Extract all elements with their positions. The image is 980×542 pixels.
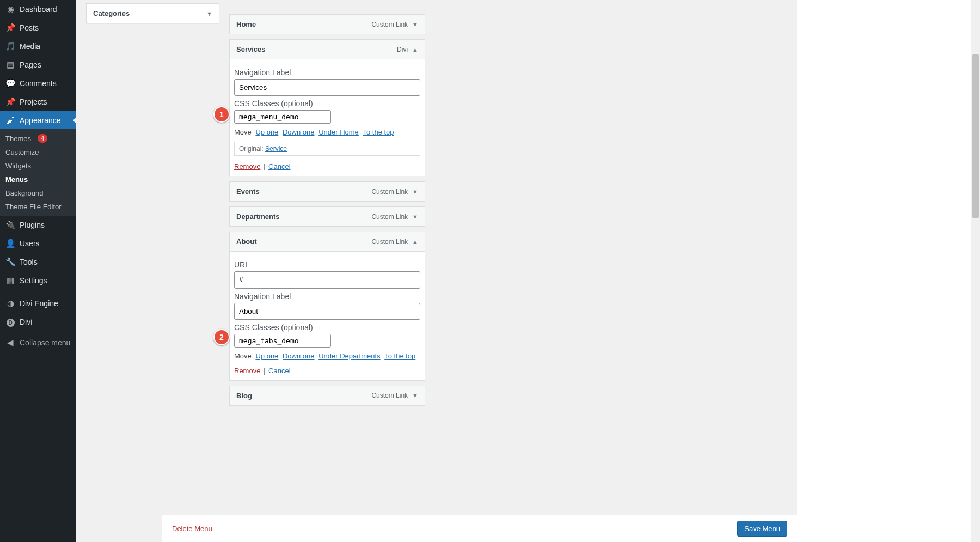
sidebar-item-media[interactable]: 🎵Media [0,37,76,56]
right-gutter [797,0,980,542]
menu-item-type: Custom Link [371,392,408,399]
nav-label-input[interactable] [234,79,420,96]
collapse-menu[interactable]: ◀Collapse menu [0,333,76,352]
chevron-up-icon: ▲ [412,46,418,53]
sidebar-item-settings[interactable]: ▦Settings [0,271,76,290]
cancel-link[interactable]: Cancel [268,367,290,375]
chevron-up-icon: ▲ [412,239,418,245]
css-classes-input[interactable] [234,334,331,348]
original-label: Original: [239,145,264,153]
chevron-down-icon: ▼ [412,214,418,220]
menu-item-header-about[interactable]: About Custom Link ▲ [230,232,425,252]
menu-item-title: Home [236,20,256,28]
brush-icon: 🖌 [5,115,15,125]
pages-icon: ▤ [5,60,15,70]
menu-item-header-home[interactable]: Home Custom Link ▼ [230,15,425,34]
move-label: Move [234,128,252,136]
menu-item-title: Events [236,187,260,196]
sidebar-item-divi[interactable]: DDivi [0,313,76,331]
menu-item-events: Events Custom Link ▼ [229,181,425,202]
menu-item-title: Departments [236,212,279,221]
chevron-down-icon: ▼ [206,10,212,17]
comments-icon: 💬 [5,78,15,88]
menu-item-about: About Custom Link ▲ URL Navigation Label… [229,232,425,381]
move-down-link[interactable]: Down one [283,352,315,360]
menu-item-type: Custom Link [371,238,408,246]
cancel-link[interactable]: Cancel [268,162,290,170]
sidebar-item-projects[interactable]: 📌Projects [0,93,76,111]
move-down-link[interactable]: Down one [283,128,315,136]
themes-update-badge: 4 [38,134,47,143]
divi-engine-icon: ◑ [5,299,15,308]
annotation-1: 1 [213,106,230,123]
url-label: URL [234,260,420,269]
sub-item-background[interactable]: Background [0,186,76,200]
chevron-down-icon: ▼ [412,188,418,195]
appearance-submenu: Themes4 Customize Widgets Menus Backgrou… [0,129,76,216]
move-under-link[interactable]: Under Home [318,128,359,136]
pin-icon: 📌 [5,23,15,33]
sidebar-item-pages[interactable]: ▤Pages [0,56,76,74]
sidebar-item-comments[interactable]: 💬Comments [0,74,76,93]
css-classes-label: CSS Classes (optional) [234,323,420,332]
sliders-icon: ▦ [5,276,15,285]
menu-item-title: About [236,237,257,246]
url-input[interactable] [234,271,420,288]
menu-item-type: Custom Link [371,21,408,28]
sub-item-widgets[interactable]: Widgets [0,159,76,173]
move-under-link[interactable]: Under Departments [318,352,380,360]
scrollbar-track[interactable] [971,0,980,542]
wrench-icon: 🔧 [5,257,15,267]
menu-item-header-departments[interactable]: Departments Custom Link ▼ [230,207,425,226]
remove-link[interactable]: Remove [234,367,260,375]
menu-item-title: Services [236,45,266,53]
menu-item-type: Custom Link [371,188,408,196]
sidebar-item-appearance[interactable]: 🖌Appearance [0,111,76,129]
sub-item-theme-file-editor[interactable]: Theme File Editor [0,200,76,214]
menu-item-departments: Departments Custom Link ▼ [229,206,425,227]
admin-sidebar: ◉Dashboard 📌Posts 🎵Media ▤Pages 💬Comment… [0,0,76,542]
sidebar-item-tools[interactable]: 🔧Tools [0,253,76,271]
menu-item-type: Divi [397,46,408,53]
move-label: Move [234,352,252,360]
menu-item-header-events[interactable]: Events Custom Link ▼ [230,182,425,201]
menu-item-home: Home Custom Link ▼ [229,14,425,34]
nav-label-input[interactable] [234,303,420,320]
sub-item-menus[interactable]: Menus [0,173,76,186]
menu-structure: Home Custom Link ▼ Services Divi ▲ [229,0,425,542]
metabox-categories[interactable]: Categories ▼ [86,3,219,23]
sub-item-themes[interactable]: Themes4 [0,131,76,145]
move-top-link[interactable]: To the top [363,128,394,136]
collapse-icon: ◀ [5,338,15,348]
chevron-down-icon: ▼ [412,21,418,28]
remove-link[interactable]: Remove [234,162,260,170]
metabox-column: Categories ▼ [86,0,219,542]
sub-item-customize[interactable]: Customize [0,145,76,159]
save-menu-button[interactable]: Save Menu [737,521,787,537]
menu-item-header-services[interactable]: Services Divi ▲ [230,40,425,59]
sidebar-item-plugins[interactable]: 🔌Plugins [0,216,76,234]
move-up-link[interactable]: Up one [255,352,278,360]
plug-icon: 🔌 [5,220,15,230]
content-area: Categories ▼ Home Custom Link ▼ [76,0,980,542]
move-top-link[interactable]: To the top [384,352,415,360]
sidebar-item-dashboard[interactable]: ◉Dashboard [0,0,76,19]
menu-footer-bar: Delete Menu Save Menu [162,515,797,542]
menu-item-title: Blog [236,392,252,400]
sidebar-item-users[interactable]: 👤Users [0,234,76,253]
delete-menu-link[interactable]: Delete Menu [172,525,212,533]
menu-item-blog: Blog Custom Link ▼ [229,386,425,406]
sidebar-item-posts[interactable]: 📌Posts [0,19,76,37]
media-icon: 🎵 [5,41,15,51]
scrollbar-thumb[interactable] [972,54,979,218]
pin-icon: 📌 [5,97,15,107]
chevron-down-icon: ▼ [412,392,418,399]
sidebar-item-divi-engine[interactable]: ◑Divi Engine [0,294,76,313]
css-classes-input[interactable] [234,110,331,124]
menu-item-header-blog[interactable]: Blog Custom Link ▼ [230,386,425,405]
divi-icon: D [5,317,15,327]
original-link[interactable]: Service [265,145,287,153]
css-classes-label: CSS Classes (optional) [234,99,420,108]
move-up-link[interactable]: Up one [255,128,278,136]
metabox-title: Categories [93,9,130,17]
